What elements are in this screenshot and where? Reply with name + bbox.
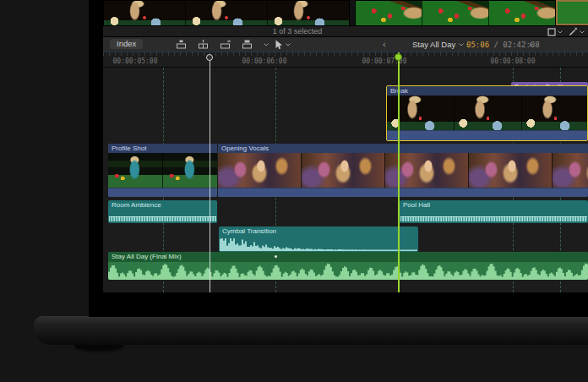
clip-label: Cymbal Transition [219,226,418,237]
skimmer-line[interactable] [210,55,210,292]
selection-status: 1 of 3 selected [273,27,323,35]
audio-waveform [109,216,216,221]
cymbal-waveform [220,237,417,251]
thumbnail-frame [522,96,587,130]
filmstrip-frame [186,1,268,26]
browser-clip-selected[interactable] [556,0,588,25]
chevron-down-icon [459,43,464,46]
clip-audio-strip [218,188,588,197]
filmstrip-frame [268,1,350,26]
browser-clip-green-table[interactable] [355,0,556,27]
next-edit-button[interactable]: › [529,37,532,52]
clip-opening-vocals[interactable]: Opening Vocals [218,144,588,197]
playhead-knob[interactable] [395,53,402,61]
previous-edit-button[interactable]: ‹ [383,37,386,52]
overwrite-clip-icon[interactable] [242,40,253,49]
chevron-down-icon [286,43,291,46]
select-arrow-icon [275,40,283,50]
tools-button[interactable] [569,27,585,36]
filmstrip-frame [489,1,556,26]
clip-label: Stay All Day (Final Mix) [108,252,588,262]
clip-thumbnails [108,153,217,188]
laptop-chassis [34,316,588,345]
insert-clip-icon[interactable] [198,40,209,49]
clip-thumbnails [387,96,587,130]
ruler-timecode: 00:00:08:00 [491,57,536,65]
browser-status-bar: 1 of 3 selected [103,25,588,37]
clip-thumbnails [218,153,588,188]
macbook-screen: 1 of 3 selected [89,0,588,317]
clip-cymbal-transition[interactable]: Cymbal Transition [219,226,418,252]
timecode-total: 02:42:08 [503,41,539,49]
timeline-ruler[interactable]: 00:00:05:00 00:00:06:00 00:00:07:00 00:0… [103,52,588,68]
clip-break[interactable]: Break [386,85,588,141]
browser-filmstrip-area [103,0,588,25]
thumbnail-frame [108,153,163,188]
fcp-window: 1 of 3 selected [103,0,588,292]
keyframe-marker[interactable] [275,255,277,258]
thumbnail-frame [455,96,522,130]
ruler-timecode: 00:00:05:00 [113,57,158,65]
clip-pool-hall[interactable]: Pool Hall [400,200,588,223]
clip-profile-shot[interactable]: Profile Shot [108,144,217,197]
index-button[interactable]: Index [110,39,143,49]
playhead-line[interactable] [398,52,400,292]
chevron-down-icon [558,30,563,34]
timecode-current: 05:06 [466,41,489,49]
skimmer-knob[interactable] [206,54,213,61]
thumbnail-frame [302,153,385,188]
macbook-scene: 1 of 3 selected [0,0,588,382]
wand-icon [569,27,578,36]
filmstrip-frame [104,1,186,26]
clip-label: Pool Hall [400,200,588,210]
project-name: Stay All Day [412,37,455,52]
clip-stay-all-day-music[interactable]: Stay All Day (Final Mix) [108,252,588,280]
thumbnail-frame [387,96,455,130]
clip-label: Profile Shot [108,144,217,153]
chevron-down-icon[interactable] [264,43,269,46]
ruler-timecode: 00:00:06:00 [242,57,287,65]
clip-label: Break [387,86,587,96]
filmstrip-frame [422,1,489,26]
clip-audio-strip [387,130,587,140]
clip-label: Room Ambience [108,200,217,210]
append-clip-icon[interactable] [220,40,231,49]
music-waveform [108,262,588,280]
timeline-area[interactable]: Featuring Credits Break Profile Shot [103,68,588,292]
clip-room-ambience[interactable]: Room Ambience [108,200,217,223]
filmstrip-frame [356,1,422,26]
clip-appearance-icon [547,28,556,36]
thumbnail-frame [553,153,588,188]
tool-selector[interactable] [275,40,291,50]
browser-clip-dark-pool[interactable] [103,0,350,27]
timeline-toolbar: Index [103,37,588,52]
clip-label: Opening Vocals [218,144,588,153]
clip-audio-strip [108,188,217,197]
clip-appearance-button[interactable] [547,28,563,36]
connect-clip-icon[interactable] [176,40,187,49]
thumbnail-frame [218,153,302,188]
audio-waveform [400,216,587,221]
timecode-separator: / [489,41,503,49]
project-dropdown[interactable]: Stay All Day [412,37,464,52]
thumbnail-frame [469,153,553,188]
chevron-down-icon [580,30,585,34]
